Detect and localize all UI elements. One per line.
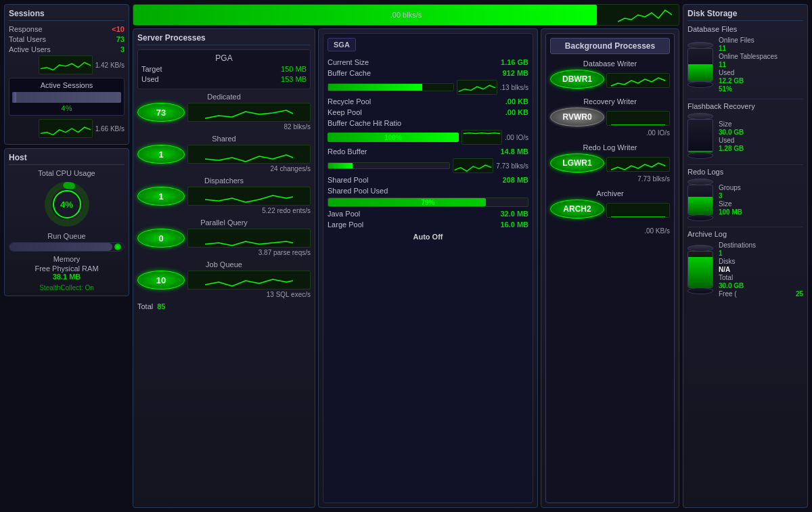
shared-pool-value: 208 MB [502,176,528,184]
bandwidth-bar: .00 blks/s [133,4,679,26]
total-value: 85 [157,302,165,310]
redo-graph [453,158,493,173]
fb-used-value: 1.28 GB [719,145,744,152]
sessions-bar-fill [12,92,16,103]
sessions-title: Sessions [9,9,125,21]
free-ram-value: 38.1 MB [9,273,125,281]
db-files-title: Database Files [687,25,803,33]
sga-inner: SGA Current Size 1.16 GB Buffer Cache 91… [323,33,533,503]
sessions-graph2-label: 1.66 KB/s [95,125,125,133]
recycle-pool-row: Recycle Pool .00 KB [328,97,528,106]
active-users-value: 3 [120,45,125,53]
recovery-badge: RVWR0 [550,108,604,126]
buffer-graph [457,80,497,95]
active-users-label: Active Users [9,45,51,53]
bandwidth-graph [618,5,672,25]
java-pool-value: 32.0 MB [500,210,528,218]
sessions-panel: Sessions Response <10 Total Users 73 Act… [4,4,129,145]
job-queue-badge: 10 [137,271,185,289]
dedicated-label: Dedicated [137,93,311,101]
total-users-label: Total Users [9,35,46,43]
parallel-label: Parallel Query [137,218,311,227]
dedicated-stat: 82 blks/s [137,123,311,131]
dispatchers-stat: 5.22 redo ents/s [137,207,311,214]
archive-log-title: Archive Log [687,230,803,238]
shared-badge: 1 [137,145,185,164]
current-size-row: Current Size 1.16 GB [328,58,528,66]
free-ram-label: Free Physical RAM [9,264,125,273]
flashback-cylinder [687,113,715,159]
sessions-bar [12,92,121,103]
sga-panel: SGA Current Size 1.16 GB Buffer Cache 91… [318,28,538,508]
redo-buffer-value: 14.8 MB [500,147,528,156]
cpu-ring: 4% [43,181,91,228]
bandwidth-label: .00 blks/s [390,11,422,19]
redo-logs-row: Groups 3 Size 100 MB [687,179,803,221]
dispatchers-section: Dispatchers 1 5.22 redo ents/s [137,177,311,214]
memory-label: Memory [9,255,125,263]
shared-label: Shared [137,135,311,143]
online-files-label: Online Files [719,37,754,44]
total-label: Total [137,302,153,310]
flashback-stats: Size 30.0 GB Used 1.28 GB [719,120,803,153]
recovery-writer-item: Recovery Writer RVWR0 .00 IO/s [550,97,670,137]
pga-title: PGA [141,53,307,63]
fb-used-label: Used [719,137,734,144]
current-size-label: Current Size [328,58,369,66]
auto-label: Auto Off [328,233,528,241]
redo-groups-value: 3 [719,192,723,200]
large-pool-label: Large Pool [328,220,363,229]
job-queue-label: Job Queue [137,260,311,269]
pga-section: PGA Target 150 MB Used 153 MB [137,49,311,89]
archive-log-row: Destinations 1 Disks N/A Total [687,241,803,298]
archive-disks-label: Disks [719,258,735,265]
buffer-hit-pct: 100% [384,134,402,141]
server-processes-panel: Server Processes PGA Target 150 MB Used … [133,28,315,508]
parallel-section: Parallel Query 0 3.87 parse reqs/s [137,218,311,256]
db-files-cylinder [687,42,715,88]
online-tablespaces-label: Online Tablespaces [719,53,777,60]
archive-free-label: Free ( [719,290,737,298]
bandwidth-fill [133,5,597,25]
archiver-graph [606,203,670,218]
job-queue-graph [187,271,311,289]
db-used-label: Used [719,69,734,76]
keep-pool-value: .00 KB [505,108,528,116]
sessions-graph2 [39,119,93,138]
cpu-ring-container: Total CPU Usage 4% [9,169,125,228]
sga-title-box: SGA [328,38,356,51]
shared-stat: 24 changes/s [137,165,311,172]
cpu-pct: 4% [60,200,73,210]
recovery-graph [606,111,670,126]
response-value: <10 [112,25,125,33]
sessions-graph1 [39,55,93,74]
redo-cylinder [687,179,715,221]
redo-writer-graph [606,157,670,172]
disk-storage-title: Disk Storage [687,9,803,21]
current-size-value: 1.16 GB [501,58,528,66]
archive-log-section: Archive Log Destinations 1 [687,230,803,298]
archive-dest-value: 1 [719,250,723,257]
archive-cylinder [687,245,715,294]
archive-total-label: Total [719,274,733,281]
bg-inner: Background Processes Database Writer DBW… [545,33,675,503]
pga-used-label: Used [141,75,159,83]
stealth-label: StealthCollect: On [9,284,125,292]
sga-title: SGA [334,41,350,49]
total-row: Total 85 [137,302,311,310]
online-tablespaces-value: 11 [719,61,726,68]
archive-disks-value: N/A [719,266,730,273]
dispatchers-graph [187,187,311,206]
active-sessions-title: Active Sessions [12,81,121,89]
sga-stat3: 7.73 blks/s [496,162,528,170]
keep-pool-row: Keep Pool .00 KB [328,108,528,116]
redo-buffer-row: Redo Buffer 14.8 MB [328,147,528,156]
redo-writer-item: Redo Log Writer LGWR1 7.73 blks/s [550,143,670,183]
redo-size-value: 100 MB [719,208,742,216]
dedicated-section: Dedicated 73 82 blks/s [137,93,311,131]
flashback-row: Size 30.0 GB Used 1.28 GB [687,113,803,159]
pga-used-value: 153 MB [281,75,307,83]
redo-stats: Groups 3 Size 100 MB [719,183,803,216]
dispatchers-badge: 1 [137,187,185,206]
db-writer-label: Database Writer [550,60,670,68]
